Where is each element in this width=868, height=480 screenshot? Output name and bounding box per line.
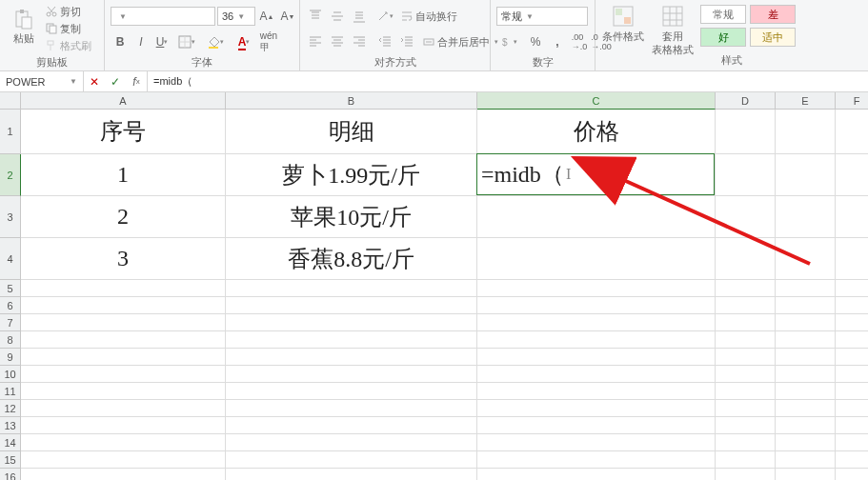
cell-B5[interactable] — [226, 280, 477, 297]
insert-function-button[interactable]: fx — [126, 72, 147, 91]
cell-A3[interactable]: 2 — [21, 196, 226, 238]
cell-B15[interactable] — [226, 451, 477, 469]
cell-F12[interactable] — [836, 400, 868, 417]
format-painter-button[interactable]: 格式刷 — [46, 38, 91, 53]
align-center-button[interactable] — [328, 32, 347, 51]
cell-C4[interactable] — [477, 238, 716, 280]
font-color-button[interactable]: A▾ — [231, 32, 257, 51]
cell-A8[interactable] — [21, 331, 226, 349]
cell-B11[interactable] — [226, 383, 477, 400]
row-header-12[interactable]: 12 — [0, 400, 21, 417]
row-header-11[interactable]: 11 — [0, 383, 21, 400]
cell-D11[interactable] — [716, 383, 776, 400]
cell-E15[interactable] — [776, 451, 836, 469]
cell-F3[interactable] — [836, 196, 868, 238]
orientation-button[interactable]: ▾ — [375, 7, 394, 26]
currency-button[interactable]: $▾ — [496, 32, 523, 51]
cell-A7[interactable] — [21, 314, 226, 331]
cell-B16[interactable] — [226, 469, 477, 480]
decrease-indent-button[interactable] — [375, 32, 394, 51]
row-header-3[interactable]: 3 — [0, 196, 21, 238]
row-header-6[interactable]: 6 — [0, 297, 21, 314]
col-header-E[interactable]: E — [776, 92, 836, 110]
cell-editor[interactable]: =midb（I — [476, 153, 715, 195]
conditional-formatting-button[interactable]: 条件格式 — [601, 5, 645, 44]
cell-D8[interactable] — [716, 331, 776, 349]
col-header-C[interactable]: C — [477, 92, 716, 110]
percent-button[interactable]: % — [526, 32, 545, 51]
cell-E8[interactable] — [776, 331, 836, 349]
cell-E6[interactable] — [776, 297, 836, 314]
cell-A12[interactable] — [21, 400, 226, 417]
row-header-4[interactable]: 4 — [0, 238, 21, 280]
cell-F4[interactable] — [836, 238, 868, 280]
cell-C15[interactable] — [477, 451, 716, 469]
align-middle-button[interactable] — [328, 7, 347, 26]
cell-B6[interactable] — [226, 297, 477, 314]
cell-B4[interactable]: 香蕉8.8元/斤 — [226, 238, 477, 280]
font-size-select[interactable]: 36 ▼ — [217, 7, 255, 26]
decrease-font-button[interactable]: A▼ — [278, 7, 297, 26]
enter-formula-button[interactable]: ✓ — [105, 72, 126, 91]
cell-A16[interactable] — [21, 469, 226, 480]
cell-B12[interactable] — [226, 400, 477, 417]
cell-B7[interactable] — [226, 314, 477, 331]
cell-C8[interactable] — [477, 331, 716, 349]
row-header-13[interactable]: 13 — [0, 417, 21, 434]
copy-button[interactable]: 复制 — [46, 21, 91, 36]
wrap-text-button[interactable]: 自动换行 — [401, 9, 457, 24]
cell-C12[interactable] — [477, 400, 716, 417]
format-as-table-button[interactable]: 套用 表格格式 — [651, 5, 695, 57]
cell-F7[interactable] — [836, 314, 868, 331]
cell-A5[interactable] — [21, 280, 226, 297]
cell-D9[interactable] — [716, 349, 776, 366]
cell-A1[interactable]: 序号 — [21, 110, 226, 154]
cell-E4[interactable] — [776, 238, 836, 280]
style-neutral[interactable]: 适中 — [750, 28, 796, 47]
row-header-9[interactable]: 9 — [0, 349, 21, 366]
cell-F10[interactable] — [836, 366, 868, 383]
cell-D14[interactable] — [716, 434, 776, 451]
cut-button[interactable]: 剪切 — [46, 4, 91, 19]
cell-B8[interactable] — [226, 331, 477, 349]
cell-D6[interactable] — [716, 297, 776, 314]
cell-E11[interactable] — [776, 383, 836, 400]
row-header-2[interactable]: 2 — [0, 154, 21, 196]
col-header-D[interactable]: D — [716, 92, 776, 110]
style-normal[interactable]: 常规 — [700, 5, 746, 24]
cell-A6[interactable] — [21, 297, 226, 314]
paste-button[interactable]: 粘贴 — [6, 2, 42, 51]
col-header-A[interactable]: A — [21, 92, 226, 110]
number-format-select[interactable]: 常规 ▼ — [496, 7, 588, 26]
cell-F14[interactable] — [836, 434, 868, 451]
align-right-button[interactable] — [350, 32, 369, 51]
row-header-10[interactable]: 10 — [0, 366, 21, 383]
row-header-16[interactable]: 16 — [0, 469, 21, 480]
cell-A15[interactable] — [21, 451, 226, 469]
cell-A11[interactable] — [21, 383, 226, 400]
align-left-button[interactable] — [306, 32, 325, 51]
col-header-F[interactable]: F — [836, 92, 868, 110]
cell-F15[interactable] — [836, 451, 868, 469]
cell-C5[interactable] — [477, 280, 716, 297]
cell-F16[interactable] — [836, 469, 868, 480]
font-name-select[interactable]: ▼ — [111, 7, 215, 26]
row-header-5[interactable]: 5 — [0, 280, 21, 297]
increase-indent-button[interactable] — [397, 32, 416, 51]
cell-A4[interactable]: 3 — [21, 238, 226, 280]
row-header-15[interactable]: 15 — [0, 451, 21, 469]
cell-E1[interactable] — [776, 110, 836, 154]
cell-C6[interactable] — [477, 297, 716, 314]
cell-D1[interactable] — [716, 110, 776, 154]
cell-A13[interactable] — [21, 417, 226, 434]
cell-C10[interactable] — [477, 366, 716, 383]
cell-F5[interactable] — [836, 280, 868, 297]
cell-B3[interactable]: 苹果10元/斤 — [226, 196, 477, 238]
cell-D10[interactable] — [716, 366, 776, 383]
cell-F13[interactable] — [836, 417, 868, 434]
cell-E9[interactable] — [776, 349, 836, 366]
increase-decimal-button[interactable]: .00→.0 — [570, 32, 589, 51]
row-header-7[interactable]: 7 — [0, 314, 21, 331]
cell-A14[interactable] — [21, 434, 226, 451]
cell-B9[interactable] — [226, 349, 477, 366]
